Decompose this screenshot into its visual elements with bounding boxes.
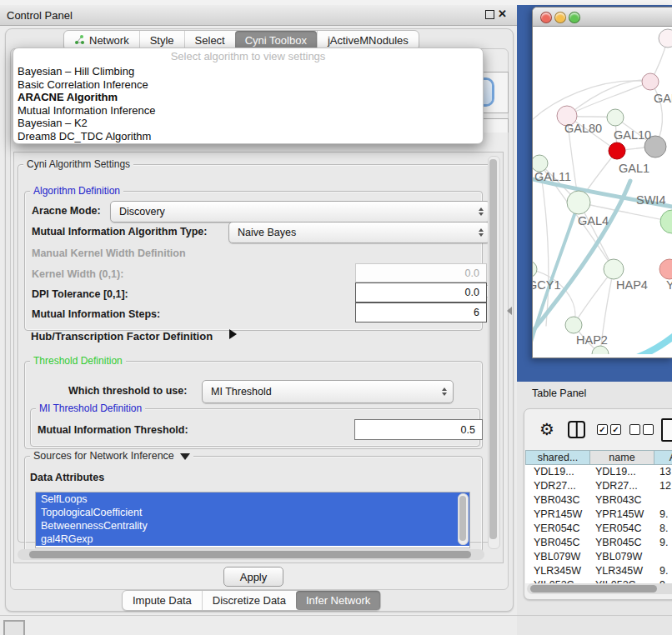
attribute-betweennesscentrality[interactable]: BetweennessCentrality — [36, 519, 469, 532]
table-row[interactable]: YBR045CYBR045C9. — [525, 536, 672, 550]
sources-collapse-arrow-icon[interactable] — [180, 453, 190, 460]
kernel-width-field[interactable]: 0.0 — [355, 263, 487, 282]
network-edge[interactable] — [623, 334, 672, 354]
table-cell: YPR145W — [525, 508, 590, 522]
network-node[interactable] — [604, 259, 624, 279]
scrollbar-thumb[interactable] — [29, 551, 471, 558]
table-cell: YER054C — [590, 522, 654, 536]
column-header-name[interactable]: name — [590, 450, 654, 465]
hub-expand-arrow-icon[interactable] — [229, 329, 237, 339]
aracne-mode-label: Aracne Mode: — [32, 205, 101, 217]
new-document-icon[interactable] — [661, 418, 672, 442]
table-horizontal-scrollbar[interactable] — [527, 583, 672, 594]
table-row[interactable]: YPR145WYPR145W9. — [525, 508, 672, 522]
table-row[interactable]: YBR043CYBR043C — [525, 493, 672, 508]
network-tab-icon — [74, 34, 85, 48]
network-node[interactable] — [609, 142, 625, 159]
split-view-icon[interactable] — [568, 421, 585, 438]
data-attributes-list[interactable]: SelfLoopsTopologicalCoefficientBetweenne… — [35, 492, 470, 548]
table-cell: 9. — [654, 508, 672, 522]
menu-item-aracne-algorithm[interactable]: ARACNE Algorithm — [13, 91, 483, 104]
menu-item-dream8-dc-tdc-algorithm[interactable]: Dream8 DC_TDC Algorithm — [13, 130, 483, 143]
collapsed-panel-handle[interactable] — [3, 620, 25, 635]
algorithm-menu: Bayesian – Hill ClimbingBasic Correlatio… — [13, 65, 483, 143]
network-node[interactable] — [607, 109, 624, 126]
settings-horizontal-scrollbar[interactable] — [18, 549, 484, 560]
scrollbar-thumb[interactable] — [489, 159, 497, 539]
dpi-tolerance-field[interactable]: 0.0 — [355, 282, 487, 302]
cyni-algorithm-settings-title: Cyni Algorithm Settings — [23, 158, 133, 170]
network-node[interactable] — [659, 29, 672, 48]
hide-columns-unchecked-icon[interactable] — [629, 424, 654, 435]
apply-button[interactable]: Apply — [223, 567, 283, 587]
column-header-a[interactable]: A — [654, 450, 672, 465]
network-edge[interactable] — [533, 81, 650, 126]
aracne-mode-combo[interactable]: Discovery — [110, 201, 490, 222]
close-icon[interactable]: ✕ — [498, 8, 507, 20]
table-row[interactable]: YDL19...YDL19...13 — [525, 465, 672, 479]
stepper-arrows-icon[interactable] — [479, 228, 484, 237]
network-edge[interactable] — [567, 82, 650, 116]
menu-item-bayesian-k2[interactable]: Bayesian – K2 — [13, 117, 483, 130]
table-row[interactable]: YIL052CYIL052C9 — [525, 578, 672, 583]
menu-item-mutual-information-inference[interactable]: Mutual Information Inference — [13, 104, 483, 118]
table-cell: YPR145W — [590, 508, 654, 522]
table-row[interactable]: YLR345WYLR345W9. — [525, 564, 672, 578]
unchecked-box-glyph — [643, 424, 654, 435]
network-graph-canvas[interactable]: GALGAL80GAL10GAL1GAL11SWI4GAL4GCY1HAP4YH… — [533, 26, 672, 354]
split-box-glyph — [568, 421, 585, 438]
zoom-window-button[interactable] — [569, 12, 580, 23]
scrollbar-thumb[interactable] — [459, 496, 466, 541]
mi-algorithm-type-combo[interactable]: Naive Bayes — [228, 222, 490, 243]
sources-title-text: Sources for Network Inference — [33, 450, 174, 462]
network-view-window: GALGAL80GAL10GAL1GAL11SWI4GAL4GCY1HAP4YH… — [532, 7, 672, 358]
mi-algorithm-type-label: Mutual Information Algorithm Type: — [32, 226, 207, 238]
table-cell: YBR045C — [590, 536, 654, 550]
panel-splitter-arrow-icon[interactable] — [507, 307, 512, 315]
tab-impute-data[interactable]: Impute Data — [123, 591, 202, 610]
table-row[interactable]: YDR27...YDR27...12 — [525, 479, 672, 493]
network-node[interactable] — [533, 261, 537, 278]
node-label-swi4: SWI4 — [636, 193, 665, 207]
table-rows: YDL19...YDL19...13YDR27...YDR27...12YBR0… — [525, 465, 672, 583]
network-node[interactable] — [642, 73, 659, 90]
which-threshold-combo[interactable]: MI Threshold — [202, 380, 454, 403]
gear-icon[interactable]: ⚙ — [539, 420, 555, 438]
table-row[interactable]: YBL079WYBL079W — [525, 550, 672, 564]
network-window-titlebar[interactable] — [533, 8, 672, 27]
network-node[interactable] — [659, 259, 672, 279]
menu-item-bayesian-hill-climbing[interactable]: Bayesian – Hill Climbing — [13, 65, 483, 78]
checked-box-glyph: ✓ — [597, 424, 608, 435]
attribute-selfloops[interactable]: SelfLoops — [36, 492, 469, 506]
table-row[interactable]: YER054CYER054C8. — [525, 522, 672, 536]
table-cell: 9 — [654, 578, 672, 583]
table-cell: YLR345W — [590, 564, 654, 578]
network-node[interactable] — [592, 346, 609, 354]
node-label-gal1: GAL1 — [619, 162, 649, 175]
tab-infer-network[interactable]: Infer Network — [296, 591, 380, 610]
scrollbar-thumb[interactable] — [530, 585, 657, 592]
close-window-button[interactable] — [540, 12, 552, 23]
column-header-shared[interactable]: shared... — [525, 450, 590, 465]
attribute-topologicalcoefficient[interactable]: TopologicalCoefficient — [36, 506, 469, 519]
float-window-icon[interactable] — [485, 10, 494, 19]
network-node[interactable] — [660, 210, 672, 233]
stepper-arrows-icon[interactable] — [442, 388, 447, 396]
network-node[interactable] — [567, 191, 590, 214]
stepper-arrows-icon[interactable] — [479, 208, 484, 216]
table-cell: 8. — [654, 522, 672, 536]
attribute-list-scrollbar[interactable] — [458, 493, 469, 545]
mi-threshold-field[interactable]: 0.5 — [354, 419, 483, 440]
mi-steps-field[interactable]: 6 — [355, 302, 487, 322]
settings-vertical-scrollbar[interactable] — [488, 156, 500, 549]
tab-cyni-toolbox-label: Cyni Toolbox — [245, 34, 307, 47]
gear-glyph: ⚙ — [539, 421, 554, 438]
tab-discretize-data[interactable]: Discretize Data — [202, 591, 296, 610]
attribute-gal4rgexp[interactable]: gal4RGexp — [36, 532, 469, 546]
table-panel-title: Table Panel — [532, 388, 586, 399]
minimize-window-button[interactable] — [554, 12, 566, 23]
menu-item-basic-correlation-inference[interactable]: Basic Correlation Inference — [13, 78, 483, 92]
network-node[interactable] — [533, 155, 548, 172]
network-node[interactable] — [565, 317, 582, 333]
show-columns-checked-icon[interactable]: ✓ ✓ — [597, 424, 621, 435]
